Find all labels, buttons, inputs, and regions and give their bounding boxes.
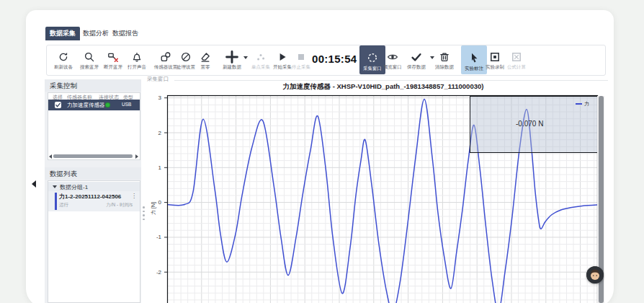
capture-control-header: 采集控制 (45, 79, 141, 92)
formula-button[interactable]: 公式计算 (501, 50, 532, 71)
sound-button[interactable]: 打开声音 (121, 50, 153, 71)
clearData-button[interactable]: 清除数据 (429, 50, 460, 71)
sensor-checkbox[interactable] (55, 102, 61, 108)
chart-legend: 力 (576, 100, 589, 107)
newData-label: 新建数据 (216, 64, 248, 71)
plus-icon (225, 50, 238, 63)
saveData-label: 保存数据 (401, 64, 432, 71)
data-group-row[interactable]: 数据分组-1 (48, 182, 140, 191)
data-list-item[interactable]: 力1-2-20251112-042506 ⋮ 运行 力/N - 时间/s (48, 191, 140, 211)
tab-data-analysis[interactable]: 数据分析 (81, 27, 110, 40)
hscroll-thumb[interactable] (53, 154, 133, 158)
refresh-icon (58, 51, 69, 63)
capture-window-groupbox-label: 采集窗口 (147, 76, 169, 83)
chart-title: 力加速度传感器 - XHSP-V10HID_path_-1981348857_1… (189, 82, 578, 92)
stop-icon (295, 51, 307, 63)
chevron-down-icon (53, 185, 57, 188)
tab-data-report[interactable]: 数据报告 (111, 27, 140, 40)
newData-button[interactable]: 新建数据 (216, 50, 248, 71)
saveData-button[interactable]: 保存数据 (401, 50, 432, 71)
legend-line-swatch (576, 103, 582, 105)
eraser-icon (200, 51, 211, 63)
sidebar-collapse-arrow[interactable] (32, 180, 36, 188)
hscroll-right-arrow[interactable] (135, 154, 138, 159)
cursor-icon (468, 52, 480, 63)
legend-label: 力 (584, 100, 589, 107)
bluetooth-disconnect-icon (107, 51, 119, 63)
kebab-menu-icon[interactable]: ⋮ (131, 193, 137, 199)
item-axes: 力/N - 时间/s (106, 202, 133, 208)
assistant-avatar-button[interactable] (586, 266, 604, 284)
screen: 数据采集 数据分析 数据报告 刷新设备搜索蓝牙断开蓝牙打开声音传感器设置处理设置… (0, 0, 644, 303)
data-list-header: 数据列表 (45, 167, 141, 180)
eye-icon (387, 51, 398, 63)
record-square-icon (489, 51, 501, 63)
y-tick-2: 2 (146, 130, 161, 136)
panel-splitter[interactable] (143, 206, 145, 222)
avatar-face-icon (586, 266, 604, 284)
clearData-label: 清除数据 (429, 64, 460, 71)
sensor-name: 力加速度传感器 (67, 102, 105, 109)
dots-icon (255, 51, 267, 63)
data-group-label: 数据分组-1 (60, 183, 88, 191)
capture-timer: 00:15:54 (312, 53, 359, 65)
item-status: 运行 (59, 202, 68, 208)
hscroll-left-arrow[interactable] (49, 154, 52, 159)
item-title: 力1-2-20251112-042506 (59, 193, 121, 201)
formula-label: 公式计算 (501, 64, 532, 71)
current-value-annotation: -0.070 N (516, 120, 543, 128)
y-tick-1: 1 (146, 164, 161, 171)
item-accent-bar (55, 193, 57, 210)
check-icon (411, 51, 422, 63)
sensor-type: USB (122, 102, 131, 107)
status-dot (105, 102, 110, 107)
stopCapture-label: 停止采集 (285, 64, 317, 71)
tab-data-capture[interactable]: 数据采集 (45, 27, 80, 40)
search-icon (84, 51, 95, 63)
sound-label: 打开声音 (121, 64, 153, 71)
y-tick--2: -2 (146, 269, 161, 276)
y-tick-0: 0 (146, 199, 161, 206)
trash-icon (439, 51, 450, 63)
y-tick-3: 3 (146, 95, 161, 101)
bell-icon (131, 51, 143, 63)
y-tick--1: -1 (146, 234, 161, 240)
formula-square-icon (511, 51, 522, 63)
check-icon (55, 102, 61, 108)
groupbox-line (174, 80, 608, 81)
